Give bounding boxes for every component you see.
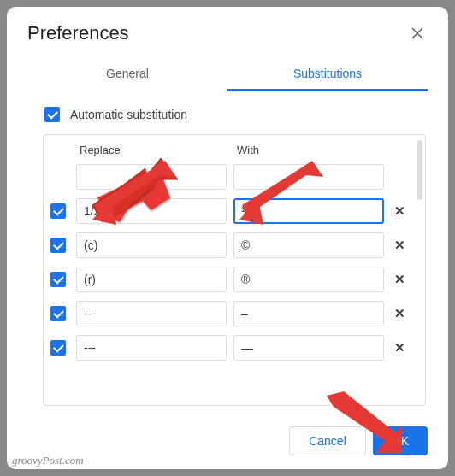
tab-substitutions[interactable]: Substitutions xyxy=(228,58,428,91)
replace-input[interactable] xyxy=(76,198,227,224)
with-input[interactable] xyxy=(233,232,384,258)
replace-input[interactable] xyxy=(76,232,227,258)
table-row xyxy=(44,160,415,194)
replace-input[interactable] xyxy=(76,301,227,326)
replace-input[interactable] xyxy=(76,267,227,292)
auto-substitution-row: Automatic substitution xyxy=(44,107,426,122)
with-input[interactable]: ½ xyxy=(233,198,384,224)
watermark: groovyPost.com xyxy=(12,454,84,467)
table-row: ✕ xyxy=(44,297,415,331)
delete-icon[interactable]: ✕ xyxy=(391,271,408,288)
row-checkbox[interactable] xyxy=(50,306,66,321)
close-icon[interactable] xyxy=(407,23,428,44)
row-checkbox[interactable] xyxy=(50,238,66,253)
preferences-dialog: Preferences General Substitutions Automa… xyxy=(7,7,448,469)
with-input[interactable] xyxy=(233,164,384,190)
auto-substitution-label: Automatic substitution xyxy=(70,108,187,121)
auto-substitution-checkbox[interactable] xyxy=(44,107,60,122)
tab-general[interactable]: General xyxy=(27,58,228,91)
substitution-table: Replace With ½ xyxy=(43,134,426,406)
row-checkbox[interactable] xyxy=(50,272,66,287)
scroll-area: Replace With ½ xyxy=(44,135,415,405)
row-checkbox[interactable] xyxy=(50,203,66,219)
delete-icon[interactable]: ✕ xyxy=(391,339,408,356)
header-replace: Replace xyxy=(76,142,227,158)
with-input[interactable] xyxy=(233,301,384,326)
replace-input[interactable] xyxy=(76,335,227,361)
dialog-body: Automatic substitution Replace With xyxy=(7,91,448,414)
tabs: General Substitutions xyxy=(7,50,448,91)
scrollbar[interactable] xyxy=(417,140,422,200)
table-row: ✕ xyxy=(44,228,415,262)
text-cursor xyxy=(252,204,253,218)
dialog-title: Preferences xyxy=(27,22,129,44)
with-input[interactable] xyxy=(233,335,384,361)
delete-icon[interactable]: ✕ xyxy=(391,305,408,322)
delete-icon[interactable]: ✕ xyxy=(391,237,408,254)
table-row: ✕ xyxy=(44,331,415,365)
table-header-row: Replace With xyxy=(44,135,415,160)
row-checkbox[interactable] xyxy=(50,340,66,356)
header-with: With xyxy=(233,142,384,158)
delete-icon[interactable]: ✕ xyxy=(391,203,408,220)
cancel-button[interactable]: Cancel xyxy=(289,426,366,455)
table-row: ✕ xyxy=(44,262,415,297)
replace-input[interactable] xyxy=(76,164,227,190)
table-row: ½ ✕ xyxy=(44,194,415,228)
ok-button[interactable]: OK xyxy=(373,426,428,455)
with-input[interactable] xyxy=(233,267,384,292)
dialog-header: Preferences xyxy=(7,7,448,50)
